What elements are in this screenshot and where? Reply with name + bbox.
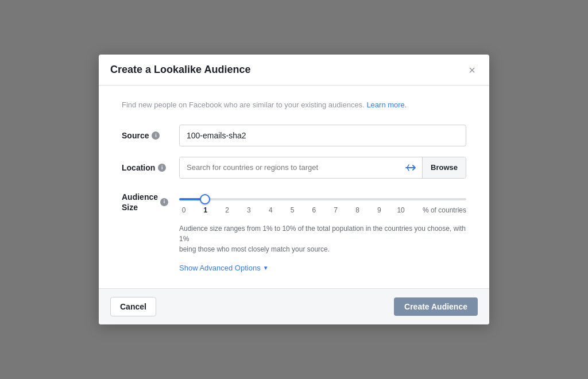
modal-overlay: Create a Lookalike Audience × Find new p… [0,0,588,379]
modal-header: Create a Lookalike Audience × [99,55,489,86]
create-audience-button[interactable]: Create Audience [394,297,478,316]
location-row: Location i Browse [122,157,466,179]
source-input[interactable] [179,125,466,146]
intro-text: Find new people on Facebook who are simi… [122,99,466,111]
audience-size-row: AudienceSize i 0 [122,190,466,214]
source-row: Source i [122,125,466,146]
chevron-down-icon: ▼ [263,265,269,271]
slider-wrapper [179,198,466,200]
modal-body: Find new people on Facebook who are simi… [99,86,489,288]
source-label: Source i [122,131,179,140]
location-label: Location i [122,163,179,172]
plane-icon [399,157,422,178]
advanced-options-button[interactable]: Show Advanced Options ▼ [179,264,269,272]
audience-size-label: AudienceSize i [122,192,179,212]
cancel-button[interactable]: Cancel [110,297,156,316]
location-info-icon[interactable]: i [158,164,166,172]
learn-more-link[interactable]: Learn more. [366,100,407,109]
source-info-icon[interactable]: i [152,132,160,140]
modal-dialog: Create a Lookalike Audience × Find new p… [99,55,489,324]
slider-container: 0 1 2 3 4 5 6 7 8 9 10 % of countries [179,190,466,214]
modal-title: Create a Lookalike Audience [110,64,250,76]
close-button[interactable]: × [466,64,478,76]
modal-footer: Cancel Create Audience [99,288,489,324]
audience-info-icon[interactable]: i [160,198,168,206]
location-wrapper: Browse [179,157,466,179]
audience-size-section: AudienceSize i 0 [122,190,466,272]
location-input[interactable] [180,157,399,178]
audience-description: Audience size ranges from 1% to 10% of t… [179,223,466,254]
browse-button[interactable]: Browse [422,157,466,178]
